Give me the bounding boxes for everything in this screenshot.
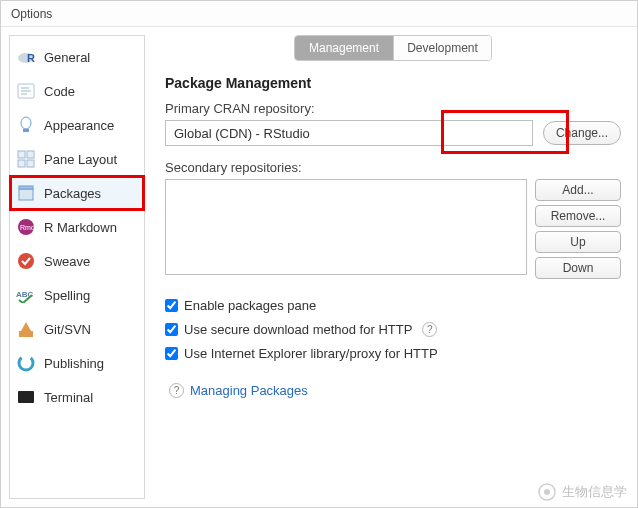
secondary-repo-listbox[interactable] <box>165 179 527 275</box>
sidebar-item-code[interactable]: Code <box>10 74 144 108</box>
svg-rect-11 <box>27 160 34 167</box>
check-ie-proxy-box[interactable] <box>165 347 178 360</box>
spelling-icon: ABC <box>16 285 36 305</box>
sidebar-item-label: Spelling <box>44 288 90 303</box>
check-ie-proxy[interactable]: Use Internet Explorer library/proxy for … <box>165 341 621 365</box>
svg-rect-8 <box>18 151 25 158</box>
up-button[interactable]: Up <box>535 231 621 253</box>
sidebar-item-label: Code <box>44 84 75 99</box>
check-label: Use secure download method for HTTP <box>184 322 412 337</box>
check-secure-http-box[interactable] <box>165 323 178 336</box>
pane-layout-icon <box>16 149 36 169</box>
terminal-icon <box>16 387 36 407</box>
sidebar-item-label: Packages <box>44 186 101 201</box>
managing-packages-link[interactable]: Managing Packages <box>190 383 308 398</box>
svg-rect-18 <box>19 331 33 337</box>
svg-text:Rmd: Rmd <box>20 224 35 231</box>
secondary-repo-label: Secondary repositories: <box>165 160 621 175</box>
sidebar-item-pane-layout[interactable]: Pane Layout <box>10 142 144 176</box>
code-icon <box>16 81 36 101</box>
publishing-icon <box>16 353 36 373</box>
svg-rect-20 <box>18 391 34 403</box>
change-button[interactable]: Change... <box>543 121 621 145</box>
sidebar-item-appearance[interactable]: Appearance <box>10 108 144 142</box>
sweave-icon <box>16 251 36 271</box>
svg-rect-9 <box>27 151 34 158</box>
sidebar-item-label: Publishing <box>44 356 104 371</box>
svg-point-16 <box>18 253 34 269</box>
sidebar: R General Code Appearance P <box>9 35 145 499</box>
sidebar-item-packages[interactable]: Packages <box>10 176 144 210</box>
section-heading: Package Management <box>165 75 621 91</box>
sidebar-item-spelling[interactable]: ABC Spelling <box>10 278 144 312</box>
down-button[interactable]: Down <box>535 257 621 279</box>
tab-bar: Management Development <box>165 35 621 61</box>
git-icon <box>16 319 36 339</box>
sidebar-item-gitsvn[interactable]: Git/SVN <box>10 312 144 346</box>
packages-icon <box>16 183 36 203</box>
sidebar-item-label: R Markdown <box>44 220 117 235</box>
sidebar-item-label: Sweave <box>44 254 90 269</box>
add-button[interactable]: Add... <box>535 179 621 201</box>
help-icon[interactable]: ? <box>422 322 437 337</box>
svg-point-6 <box>21 117 31 129</box>
check-label: Use Internet Explorer library/proxy for … <box>184 346 438 361</box>
sidebar-item-label: Terminal <box>44 390 93 405</box>
svg-rect-10 <box>18 160 25 167</box>
tab-management[interactable]: Management <box>295 36 393 60</box>
sidebar-item-general[interactable]: R General <box>10 40 144 74</box>
sidebar-item-label: General <box>44 50 90 65</box>
sidebar-item-rmarkdown[interactable]: Rmd R Markdown <box>10 210 144 244</box>
svg-point-19 <box>19 356 33 370</box>
svg-rect-12 <box>19 189 33 200</box>
svg-rect-13 <box>19 186 33 189</box>
svg-text:R: R <box>27 52 35 64</box>
primary-repo-label: Primary CRAN repository: <box>165 101 621 116</box>
primary-repo-input[interactable] <box>165 120 533 146</box>
main-panel: Management Development Package Managemen… <box>145 27 637 507</box>
appearance-icon <box>16 115 36 135</box>
sidebar-item-publishing[interactable]: Publishing <box>10 346 144 380</box>
svg-text:ABC: ABC <box>16 290 34 299</box>
sidebar-item-label: Appearance <box>44 118 114 133</box>
sidebar-item-label: Git/SVN <box>44 322 91 337</box>
remove-button[interactable]: Remove... <box>535 205 621 227</box>
sidebar-item-sweave[interactable]: Sweave <box>10 244 144 278</box>
window-title: Options <box>1 1 637 27</box>
rmarkdown-icon: Rmd <box>16 217 36 237</box>
check-enable-pane-box[interactable] <box>165 299 178 312</box>
sidebar-item-label: Pane Layout <box>44 152 117 167</box>
check-label: Enable packages pane <box>184 298 316 313</box>
tab-development[interactable]: Development <box>393 36 491 60</box>
check-secure-http[interactable]: Use secure download method for HTTP ? <box>165 317 621 341</box>
r-logo-icon: R <box>16 47 36 67</box>
help-icon[interactable]: ? <box>169 383 184 398</box>
check-enable-pane[interactable]: Enable packages pane <box>165 293 621 317</box>
sidebar-item-terminal[interactable]: Terminal <box>10 380 144 414</box>
svg-rect-7 <box>23 129 29 132</box>
